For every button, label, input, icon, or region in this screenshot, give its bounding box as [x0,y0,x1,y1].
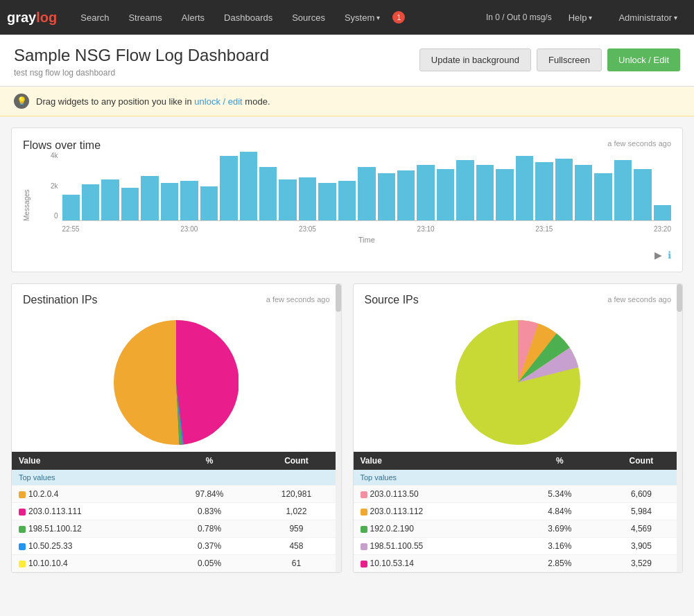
table-header-row: Value % Count [354,452,683,470]
bar [180,181,198,220]
chart-actions: ▶ ℹ [23,249,671,261]
source-ips-card: Source IPs a few seconds ago [353,283,684,573]
nav-help[interactable]: Help ▾ [559,0,602,35]
group-header-row: Top values [354,470,683,486]
table-row: 203.0.113.50 5.34% 6,609 [354,486,683,503]
bar [476,165,494,220]
destination-ips-card: Destination IPs a few seconds ago [11,283,342,573]
chart-wrapper: Messages 4k 2k 0 22:55 23:00 23:05 [23,152,671,244]
src-ip-4: 198.51.100.55 [354,538,519,555]
logo: graylog [7,10,57,26]
bar [516,156,533,220]
bar [358,167,375,220]
col-pct: % [167,452,252,470]
table-row: 198.51.100.55 3.16% 3,905 [354,538,683,555]
flows-chart-card: Flows over time a few seconds ago Messag… [11,127,683,272]
scrollbar-thumb-source[interactable] [677,284,682,312]
info-icon: 💡 [14,94,29,109]
bar [161,183,178,220]
nav-right: In 0 / Out 0 msg/s Help ▾ Administrator … [486,0,687,35]
col-count: Count [600,452,682,470]
x-axis-labels: 22:55 23:00 23:05 23:10 23:15 23:20 [62,225,671,233]
two-column-section: Destination IPs a few seconds ago [11,283,683,584]
dest-ip-1: 10.2.0.4 [12,486,167,503]
dest-ip-4: 10.50.25.33 [12,538,167,555]
group-label: Top values [354,470,683,486]
source-title: Source IPs [365,294,419,306]
color-indicator [19,561,26,567]
src-ip-2: 203.0.113.112 [354,503,519,520]
chevron-down-icon: ▾ [376,14,380,21]
table-row: 10.50.25.33 0.37% 458 [12,538,341,555]
chevron-down-icon: ▾ [589,14,592,21]
destination-timestamp: a few seconds ago [266,295,330,303]
destination-header: Destination IPs a few seconds ago [12,284,341,313]
bar [82,184,99,220]
navbar: graylog Search Streams Alerts Dashboards… [0,0,694,35]
dest-ip-3: 198.51.100.12 [12,520,167,538]
bar [654,205,671,220]
bar [417,165,434,220]
dest-ip-5: 10.10.10.4 [12,555,167,572]
color-indicator [19,509,26,516]
play-button[interactable]: ▶ [654,249,662,261]
color-indicator [361,491,367,498]
col-pct: % [519,452,600,470]
color-indicator [19,543,26,550]
nav-sources[interactable]: Sources [282,0,335,35]
destination-scroll[interactable]: Value % Count Top values 10.2.0.4 97.84%… [12,313,341,572]
fullscreen-button[interactable]: Fullscreen [537,49,602,71]
nav-streams[interactable]: Streams [119,0,171,35]
destination-title: Destination IPs [23,294,98,306]
source-scroll[interactable]: Value % Count Top values 203.0.113.50 5.… [354,313,683,572]
info-button[interactable]: ℹ [668,249,671,261]
nav-alerts[interactable]: Alerts [172,0,214,35]
bar [200,186,218,221]
source-table-body: Top values 203.0.113.50 5.34% 6,609 203.… [354,470,683,572]
pie-slice-1 [176,320,238,445]
chart-area: 4k 2k 0 22:55 23:00 23:05 23:10 23:15 23… [51,152,671,244]
bar [240,152,257,220]
destination-table: Value % Count Top values 10.2.0.4 97.84%… [12,452,341,572]
info-text: Drag widgets to any position you like in… [36,96,270,107]
src-ip-1: 203.0.113.50 [354,486,519,503]
source-pie [354,313,683,452]
color-indicator [19,526,26,533]
scrollbar-thumb[interactable] [336,284,341,312]
source-timestamp: a few seconds ago [607,295,671,303]
color-indicator [361,526,367,533]
nav-dashboards[interactable]: Dashboards [214,0,282,35]
nav-system[interactable]: System ▾ [335,0,390,35]
x-axis-title: Time [62,236,671,244]
group-header-row: Top values [12,470,341,486]
update-background-button[interactable]: Update in background [419,49,531,71]
nav-search[interactable]: Search [71,0,119,35]
header-actions: Update in background Fullscreen Unlock /… [419,49,680,71]
color-indicator [361,543,367,550]
bars-row [62,152,671,221]
unlock-edit-link[interactable]: unlock / edit [194,96,242,107]
destination-pie [12,313,341,452]
bar [614,160,632,220]
bar [496,169,513,220]
bar [299,177,316,220]
color-indicator [19,491,26,498]
src-ip-5: 10.10.53.14 [354,555,519,572]
nav-user[interactable]: Administrator ▾ [609,0,687,35]
bar [141,176,158,220]
source-table: Value % Count Top values 203.0.113.50 5.… [354,452,683,572]
bar [397,170,415,220]
main-content: Flows over time a few seconds ago Messag… [0,116,694,595]
bar [62,195,80,220]
bar [279,179,296,220]
flows-chart-title: Flows over time [23,139,101,151]
page-title: Sample NSG Flow Log Dashboard [14,46,269,65]
page-header: Sample NSG Flow Log Dashboard test nsg f… [0,35,694,87]
bar [338,181,356,220]
bar [220,156,237,220]
bar [318,183,336,220]
nav-links: Search Streams Alerts Dashboards Sources… [71,0,486,35]
bar [121,188,139,220]
group-label: Top values [12,470,341,486]
unlock-edit-button[interactable]: Unlock / Edit [607,49,680,71]
